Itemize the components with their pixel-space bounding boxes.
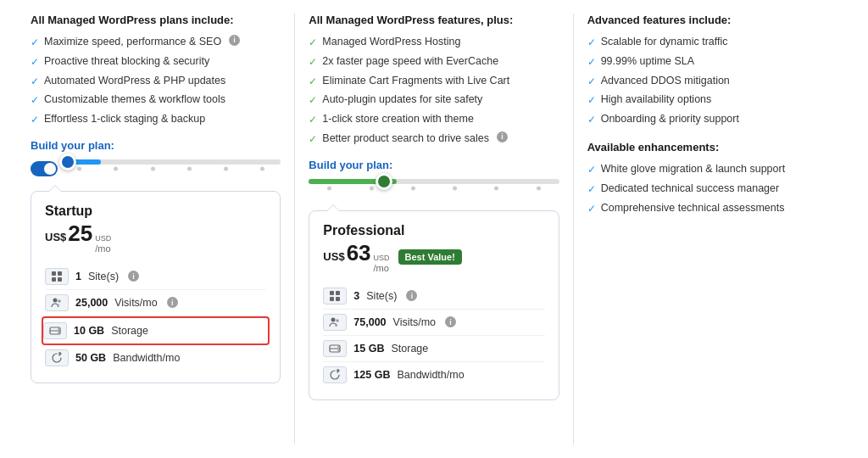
sites-icon [323, 288, 347, 304]
price-usd: USD [95, 234, 111, 243]
col1-plan-card: Startup US$ 25 USD /mo 1 Site(s) i [31, 191, 281, 383]
list-item: ✓ Dedicated technical success manager [587, 182, 837, 197]
toggle-switch[interactable] [31, 161, 58, 176]
info-icon[interactable]: i [128, 271, 139, 282]
spec-value: 10 GB [74, 325, 104, 337]
sites-icon [45, 268, 69, 285]
dot [411, 186, 415, 190]
spec-label: Bandwidth/mo [113, 352, 180, 364]
spec-storage: 15 GB Storage [323, 336, 544, 362]
bandwidth-icon [45, 349, 69, 366]
list-item: ✓ Advanced DDOS mitigation [587, 74, 837, 89]
info-icon[interactable]: i [445, 316, 456, 327]
feature-text: Customizable themes & workflow tools [44, 92, 225, 108]
feature-text: Maximize speed, performance & SEO [44, 35, 221, 50]
svg-rect-0 [52, 271, 56, 276]
col1-slider[interactable] [31, 160, 281, 177]
price-usd: USD [374, 254, 390, 263]
storage-icon [43, 322, 67, 339]
col3-available-list: ✓ White glove migration & launch support… [587, 162, 837, 215]
list-item: ✓ Automated WordPress & PHP updates [31, 74, 281, 89]
feature-text: Onboarding & priority support [601, 112, 739, 127]
plan-price: US$ 25 USD /mo [45, 221, 266, 254]
list-item: ✓ High availability options [587, 92, 837, 108]
col1-build-plan-label: Build your plan: [31, 139, 281, 152]
price-amount: 63 [347, 240, 371, 266]
check-icon: ✓ [31, 113, 39, 127]
list-item: ✓ 99.99% uptime SLA [587, 54, 837, 70]
spec-value: 125 GB [353, 369, 390, 381]
spec-value: 1 [75, 271, 81, 282]
list-item: ✓ Comprehensive technical assessments [587, 201, 837, 216]
spec-storage: 10 GB Storage [42, 316, 270, 345]
plan-name: Professional [323, 223, 544, 238]
col2-build-plan-label: Build your plan: [309, 159, 559, 171]
svg-rect-3 [58, 277, 62, 282]
check-icon: ✓ [587, 202, 596, 216]
info-icon[interactable]: i [167, 297, 178, 308]
price-currency: US$ [323, 250, 344, 263]
spec-visits: 75,000 Visits/mo i [323, 310, 544, 336]
svg-point-19 [338, 349, 340, 351]
list-item: ✓ 2x faster page speed with EverCache [309, 54, 559, 70]
price-amount: 25 [68, 221, 92, 247]
col1-feature-list: ✓ Maximize speed, performance & SEO i ✓ … [31, 35, 281, 127]
spec-bandwidth: 50 GB Bandwidth/mo [45, 345, 266, 371]
col2-slider[interactable] [309, 180, 559, 197]
bandwidth-icon [323, 366, 347, 383]
svg-point-8 [58, 328, 59, 330]
svg-rect-12 [330, 297, 334, 301]
check-icon: ✓ [587, 182, 596, 197]
feature-text: Eliminate Cart Fragments with Live Cart [322, 74, 509, 89]
list-item: ✓ Auto-plugin updates for site safety [309, 92, 559, 108]
spec-visits: 25,000 Visits/mo i [45, 290, 266, 316]
svg-rect-13 [336, 297, 340, 301]
svg-point-9 [58, 332, 59, 333]
check-icon: ✓ [309, 75, 317, 89]
dot [187, 166, 192, 170]
slider-thumb[interactable] [376, 173, 392, 190]
list-item: ✓ 1-click store creation with theme [309, 112, 559, 127]
slider-dots [61, 166, 281, 170]
info-icon[interactable]: i [406, 290, 417, 301]
column-woo: All Managed WordPress features, plus: ✓ … [295, 14, 573, 444]
svg-point-18 [338, 346, 340, 348]
svg-point-5 [58, 299, 61, 303]
spec-label: Site(s) [366, 290, 397, 302]
slider-dots [309, 186, 559, 190]
check-icon: ✓ [309, 55, 317, 70]
best-value-badge: Best Value! [398, 249, 462, 265]
spec-sites: 3 Site(s) i [323, 283, 544, 310]
info-icon[interactable]: i [229, 35, 240, 46]
list-item: ✓ Scalable for dynamic traffic [587, 35, 837, 50]
dot [453, 186, 457, 190]
price-currency: US$ [45, 231, 66, 243]
spec-label: Storage [391, 343, 428, 355]
col2-plan-card: Professional US$ 63 USD /mo Best Value! … [309, 210, 559, 400]
plan-name: Startup [45, 204, 266, 219]
feature-text: Effortless 1-click staging & backup [44, 112, 205, 127]
check-icon: ✓ [31, 36, 39, 50]
feature-text: White glove migration & launch support [601, 162, 785, 177]
list-item: ✓ Maximize speed, performance & SEO i [31, 35, 281, 50]
spec-label: Visits/mo [393, 316, 436, 328]
list-item: ✓ White glove migration & launch support [587, 162, 837, 177]
slider-thumb[interactable] [59, 154, 76, 170]
svg-point-15 [337, 319, 340, 322]
svg-point-4 [53, 298, 58, 302]
col3-title: Advanced features include: [587, 14, 837, 26]
check-icon: ✓ [31, 55, 39, 70]
feature-text: Dedicated technical success manager [601, 182, 780, 197]
col2-feature-list: ✓ Managed WordPress Hosting ✓ 2x faster … [309, 35, 559, 147]
dot [494, 186, 498, 190]
feature-text: 1-click store creation with theme [322, 112, 474, 127]
storage-icon [323, 340, 347, 357]
visits-icon [45, 294, 69, 311]
check-icon: ✓ [31, 93, 39, 108]
feature-text: 99.99% uptime SLA [601, 54, 695, 70]
info-icon[interactable]: i [497, 131, 508, 142]
price-mo: /mo [374, 263, 389, 273]
spec-label: Bandwidth/mo [397, 369, 464, 381]
list-item: ✓ Proactive threat blocking & security [31, 54, 281, 70]
col2-plan-specs: 3 Site(s) i 75,000 Visits/mo i 15 [323, 283, 544, 388]
